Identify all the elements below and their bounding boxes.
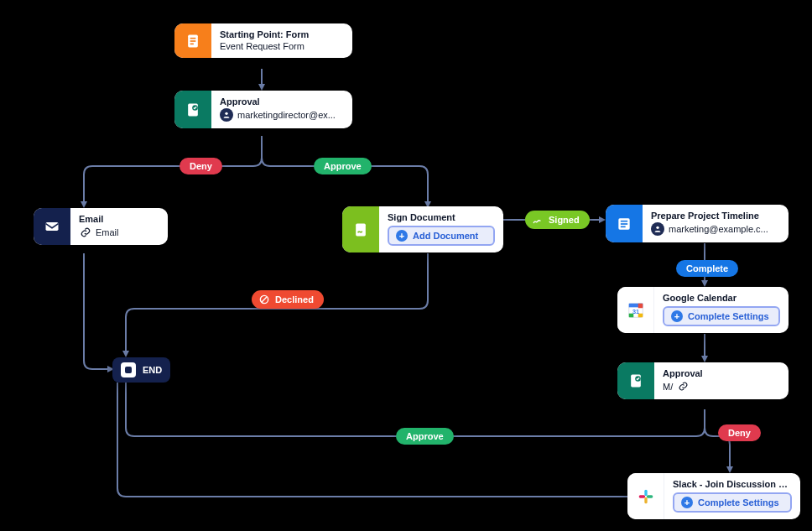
svg-rect-1 — [190, 37, 196, 39]
pill-deny-2: Deny — [718, 424, 761, 441]
stop-icon — [121, 362, 136, 377]
svg-rect-12 — [621, 226, 626, 227]
link-icon — [677, 380, 690, 393]
svg-rect-22 — [644, 489, 647, 496]
node-sign-title: Sign Document — [388, 212, 495, 222]
signature-icon — [532, 214, 544, 226]
node-email[interactable]: Email Email — [34, 208, 168, 245]
person-icon — [651, 222, 664, 236]
svg-rect-25 — [638, 495, 645, 497]
svg-text:31: 31 — [632, 307, 638, 315]
node-approval-1-title: Approval — [220, 96, 344, 107]
gcal-complete-settings-button[interactable]: + Complete Settings — [663, 306, 780, 326]
person-icon — [220, 108, 233, 122]
svg-rect-10 — [621, 220, 627, 221]
node-prepare-title: Prepare Project Timeline — [651, 211, 780, 221]
node-email-sub: Email — [79, 226, 159, 238]
list-icon — [606, 205, 643, 242]
approval-icon — [617, 362, 654, 399]
svg-line-27 — [262, 297, 267, 302]
svg-rect-7 — [46, 222, 59, 231]
pill-approve-1: Approve — [314, 158, 372, 174]
link-icon — [79, 226, 91, 238]
prohibit-icon — [258, 294, 270, 305]
node-gcal-title: Google Calendar — [663, 293, 780, 303]
node-approval-2-sub: M/ — [663, 380, 780, 393]
email-icon — [34, 208, 70, 245]
svg-rect-3 — [190, 43, 194, 44]
svg-rect-11 — [621, 223, 627, 225]
svg-point-6 — [225, 112, 227, 115]
pill-deny-1: Deny — [180, 158, 222, 174]
pill-complete: Complete — [676, 260, 738, 277]
node-start-sub: Event Request Form — [220, 41, 344, 51]
approval-icon — [174, 91, 211, 128]
plus-icon: + — [396, 230, 408, 242]
pill-declined: Declined — [252, 290, 324, 309]
sign-icon — [342, 206, 379, 252]
slack-complete-settings-button[interactable]: + Complete Settings — [673, 492, 792, 513]
node-approval-2-title: Approval — [663, 368, 780, 378]
svg-rect-8 — [356, 223, 366, 236]
form-icon — [174, 23, 211, 58]
node-sign-document[interactable]: Sign Document + Add Document — [342, 206, 503, 252]
node-approval-2[interactable]: Approval M/ — [617, 362, 789, 399]
svg-rect-2 — [190, 40, 196, 42]
node-end[interactable]: END — [112, 357, 170, 383]
node-google-calendar[interactable]: 31 Google Calendar + Complete Settings — [617, 287, 789, 333]
node-slack[interactable]: Slack - Join Discussion Grou... + Comple… — [627, 473, 800, 519]
node-start[interactable]: Starting Point: Form Event Request Form — [174, 23, 352, 58]
end-label: END — [143, 365, 162, 375]
pill-signed: Signed — [525, 211, 590, 229]
svg-rect-24 — [644, 497, 647, 503]
slack-icon — [627, 473, 664, 519]
google-calendar-icon: 31 — [617, 287, 654, 333]
plus-icon: + — [671, 310, 683, 322]
node-start-title: Starting Point: Form — [220, 29, 344, 39]
svg-point-13 — [656, 226, 658, 229]
node-prepare-timeline[interactable]: Prepare Project Timeline marketing@examp… — [606, 205, 789, 242]
svg-rect-23 — [646, 495, 653, 497]
plus-icon: + — [681, 497, 693, 508]
node-email-title: Email — [79, 214, 159, 224]
node-slack-title: Slack - Join Discussion Grou... — [673, 479, 792, 489]
node-approval-1[interactable]: Approval marketingdirector@ex... — [174, 91, 352, 128]
add-document-button[interactable]: + Add Document — [388, 226, 495, 246]
node-prepare-sub: marketing@example.c... — [651, 222, 780, 236]
pill-approve-2: Approve — [396, 428, 454, 445]
node-approval-1-sub: marketingdirector@ex... — [220, 108, 344, 122]
